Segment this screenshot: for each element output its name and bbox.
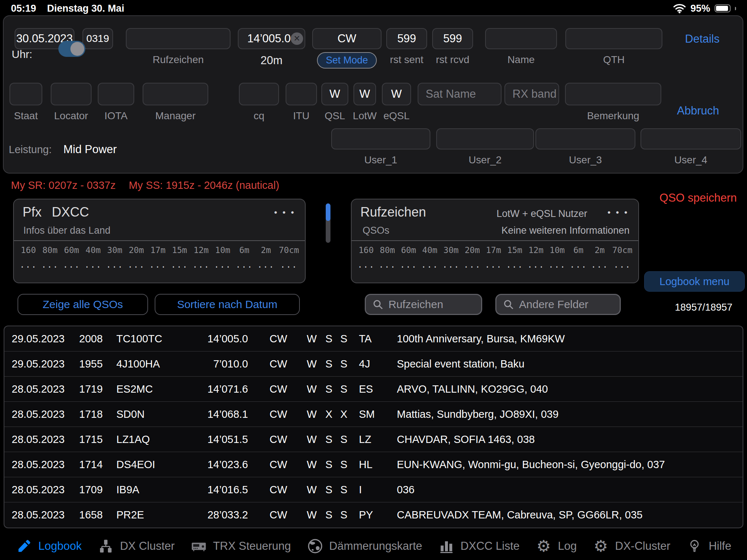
user4-field[interactable]: [640, 128, 741, 149]
qso-qsl-flag: W: [307, 433, 317, 446]
itu-field[interactable]: [286, 83, 317, 105]
band-column: 10m ...: [214, 245, 232, 269]
band-name: 2m: [261, 245, 271, 255]
iota-field[interactable]: [98, 83, 134, 105]
band-dots: ...: [464, 260, 481, 269]
table-row[interactable]: 28.05.2023 1658 PR2E 28’033.2 CW W S S P…: [4, 502, 743, 527]
qso-mode: CW: [270, 408, 287, 420]
qso-callsign: IB9A: [116, 484, 139, 496]
sat-name-field[interactable]: Sat Name: [418, 83, 502, 105]
qso-date: 28.05.2023: [12, 408, 65, 420]
qso-comment: Mattias, Sundbyberg, JO89XI, 039: [397, 408, 735, 420]
qso-date: 29.05.2023: [12, 333, 65, 345]
callsign-info-panel[interactable]: Rufzeichen LotW + eQSL Nutzer • • • QSOs…: [351, 199, 639, 283]
lotw-field[interactable]: W: [353, 83, 376, 105]
tab-bar: Logbook DX Cluster: [0, 532, 747, 560]
search-other-fields-input[interactable]: Andere Felder: [495, 294, 621, 315]
set-mode-button[interactable]: Set Mode: [317, 52, 377, 69]
rx-band-field[interactable]: RX band: [504, 83, 559, 105]
transceiver-icon: [190, 538, 207, 555]
details-link[interactable]: Details: [685, 32, 720, 46]
cq-field[interactable]: [239, 83, 279, 105]
clear-icon[interactable]: ✕: [291, 32, 303, 45]
tab-dxcc-liste[interactable]: DXCC Liste: [438, 538, 520, 555]
tab-dx-cluster-settings[interactable]: ⚙ DX-Cluster: [592, 538, 670, 555]
show-all-qsos-button[interactable]: Zeige alle QSOs: [18, 294, 148, 315]
table-row[interactable]: 29.05.2023 2008 TC100TC 14’005.0 CW W S …: [4, 326, 743, 351]
save-qso-button[interactable]: QSO speichern: [659, 191, 737, 205]
qso-date: 29.05.2023: [12, 358, 65, 370]
battery-percent: 95%: [690, 3, 710, 14]
leistung-value[interactable]: Mid Power: [63, 143, 117, 156]
band-dots: ...: [106, 260, 124, 269]
clock-toggle[interactable]: [58, 41, 85, 57]
ellipsis-icon[interactable]: • • •: [274, 207, 295, 218]
locator-field[interactable]: [51, 83, 92, 105]
frequency-field[interactable]: 14’005.0 ✕: [238, 28, 305, 49]
qso-eqsl-flag: S: [340, 333, 347, 345]
band-name: 2m: [595, 245, 605, 255]
rst-sent-field[interactable]: 599: [386, 28, 427, 49]
ellipsis-icon[interactable]: • • •: [607, 207, 629, 218]
tab-logbook[interactable]: Logbook: [16, 538, 82, 555]
tab-log[interactable]: ⚙ Log: [535, 538, 577, 555]
panel-scrollbar[interactable]: [326, 203, 330, 243]
sort-by-date-button[interactable]: Sortiere nach Datum: [155, 294, 300, 315]
tab-hilfe[interactable]: Hilfe: [686, 538, 731, 555]
dxcc-info-panel[interactable]: PfxDXCC • • • Infos über das Land 160 ..…: [13, 199, 306, 283]
locator-label: Locator: [54, 110, 88, 122]
callsign-panel-subtitle: QSOs: [363, 225, 390, 236]
rst-rcvd-field[interactable]: 599: [432, 28, 473, 49]
qsl-field[interactable]: W: [321, 83, 348, 105]
qso-lotw-flag: S: [325, 333, 332, 345]
time-field[interactable]: 0319: [82, 28, 113, 49]
panel-divider: [14, 240, 305, 241]
qso-time: 2008: [79, 333, 103, 345]
network-icon: [97, 538, 114, 555]
abbruch-link[interactable]: Abbruch: [677, 104, 719, 117]
tab-daemmerungskarte[interactable]: Dämmerungskarte: [307, 538, 422, 555]
callsign-field[interactable]: [126, 28, 231, 49]
qso-time: 1719: [79, 383, 103, 395]
tab-dx-cluster[interactable]: DX Cluster: [97, 538, 175, 555]
qth-field[interactable]: [565, 28, 662, 49]
qso-date: 28.05.2023: [12, 509, 65, 521]
band-name: 12m: [194, 245, 209, 255]
band-dots: ...: [379, 260, 396, 269]
qso-eqsl-flag: S: [340, 509, 347, 521]
staat-field[interactable]: [9, 83, 42, 105]
user1-field[interactable]: [331, 128, 430, 149]
qso-prefix: PY: [359, 509, 373, 521]
qso-mode: CW: [270, 484, 287, 496]
search-other-fields-placeholder: Andere Felder: [519, 298, 588, 311]
manager-field[interactable]: [143, 83, 208, 105]
band-column: 80m ...: [41, 245, 59, 269]
qso-eqsl-flag: S: [340, 459, 347, 471]
qso-time: 1715: [79, 433, 103, 446]
search-callsign-input[interactable]: Rufzeichen: [365, 294, 482, 315]
band-name: 17m: [486, 245, 501, 255]
sun-times: My SR: 0207z - 0337z My SS: 1915z - 2046…: [11, 179, 279, 191]
band-dots: ...: [421, 260, 439, 269]
mode-field-group: CW Set Mode: [312, 28, 382, 69]
user3-field[interactable]: [535, 128, 635, 149]
table-row[interactable]: 29.05.2023 1955 4J100HA 7’010.0 CW W S S…: [4, 351, 743, 377]
band-name: 60m: [64, 245, 79, 255]
table-row[interactable]: 28.05.2023 1715 LZ1AQ 14’051.5 CW W S S …: [4, 427, 743, 452]
mode-field[interactable]: CW: [312, 28, 382, 49]
tab-trx-steuerung[interactable]: TRX Steuerung: [190, 538, 291, 555]
table-row[interactable]: 28.05.2023 1718 SD0N 14’068.1 CW W X X S…: [4, 402, 743, 427]
eqsl-field[interactable]: W: [382, 83, 411, 105]
bemerkung-label: Bemerkung: [587, 110, 639, 122]
bemerkung-field[interactable]: [565, 83, 661, 105]
user3-group: User_3: [535, 128, 635, 166]
table-row[interactable]: 28.05.2023 1709 IB9A 14’016.5 CW W S S I…: [4, 477, 743, 502]
table-row[interactable]: 28.05.2023 1714 DS4EOI 14’023.6 CW W S S…: [4, 452, 743, 477]
hamlog-screen: 05:19 Dienstag 30. Mai 95% 30.05.2023 03…: [0, 0, 747, 560]
table-row[interactable]: 28.05.2023 1719 ES2MC 14’071.6 CW W S S …: [4, 377, 743, 402]
user2-field[interactable]: [436, 128, 534, 149]
scrollbar-thumb[interactable]: [326, 203, 330, 221]
tab-label: DX Cluster: [120, 540, 175, 553]
logbook-menu-button[interactable]: Logbook menu: [644, 271, 745, 292]
name-field[interactable]: [485, 28, 557, 49]
